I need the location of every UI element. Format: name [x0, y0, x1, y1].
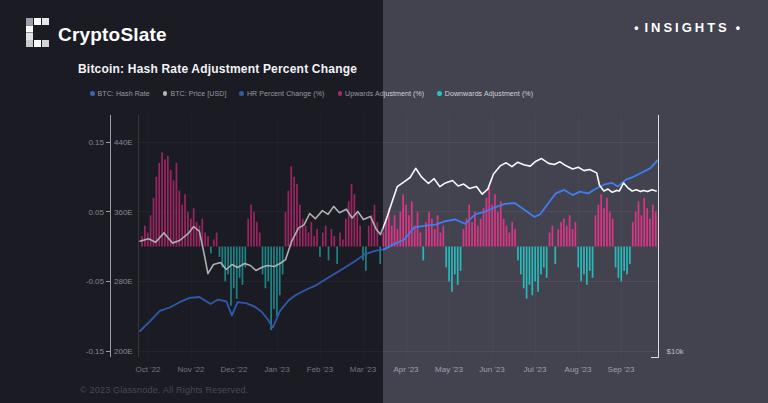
chart-legend: BTC: Hash RateBTC: Price [USD]HR Percent…	[90, 90, 533, 97]
legend-dot-icon	[437, 91, 442, 96]
hash-tick-label: 280E	[114, 277, 133, 286]
legend-dot-icon	[90, 91, 95, 96]
month-tick-label: Jul '23	[524, 365, 547, 374]
brand-name: CryptoSlate	[58, 24, 167, 46]
insights-label: INSIGHTS	[644, 20, 729, 35]
month-tick-label: Jun '23	[479, 365, 505, 374]
month-tick-label: Nov '22	[178, 365, 205, 374]
month-tick-label: Apr '23	[393, 365, 419, 374]
legend-dot-icon	[239, 91, 244, 96]
insights-badge: •INSIGHTS•	[628, 20, 746, 35]
pct-tick-label: -0.15	[86, 347, 105, 356]
page-title: Bitcoin: Hash Rate Adjustment Percent Ch…	[78, 62, 357, 76]
month-tick-label: Aug '23	[565, 365, 592, 374]
month-tick-label: Oct '22	[135, 365, 161, 374]
downwards-adjustment-bars	[210, 247, 631, 331]
legend-item-label: Downwards Adjustment (%)	[445, 90, 533, 97]
legend-item-label: HR Percent Change (%)	[247, 90, 325, 97]
month-tick-label: Dec '22	[221, 365, 248, 374]
copyright-text: © 2023 Glassnode. All Rights Reserved.	[80, 385, 248, 395]
pct-tick-label: 0.15	[88, 138, 104, 147]
bullet-right-icon: •	[736, 21, 740, 35]
bullet-left-icon: •	[634, 21, 638, 35]
brand-header: CryptoSlate	[26, 18, 167, 51]
month-tick-label: Mar '23	[350, 365, 377, 374]
legend-item-upwards-adjustment[interactable]: Upwards Adjustment (%)	[338, 90, 425, 97]
legend-dot-icon	[338, 91, 343, 96]
legend-item-downwards-adjustment[interactable]: Downwards Adjustment (%)	[437, 90, 533, 97]
pct-tick-label: 0.05	[88, 208, 104, 217]
legend-item-hr-percent-change[interactable]: HR Percent Change (%)	[239, 90, 324, 97]
legend-dot-icon	[163, 91, 168, 96]
hash-tick-label: 200E	[114, 347, 133, 356]
chart-canvas[interactable]: 0.150.05-0.05-0.15440E360E280E200E$10kOc…	[0, 0, 768, 403]
legend-item-label: BTC: Hash Rate	[98, 90, 150, 97]
legend-item-label: Upwards Adjustment (%)	[345, 90, 424, 97]
month-tick-label: May '23	[435, 365, 463, 374]
month-tick-label: Jan '23	[264, 365, 290, 374]
month-tick-label: Feb '23	[307, 365, 334, 374]
price-tick-label: $10k	[667, 347, 685, 356]
hash-tick-label: 360E	[114, 208, 133, 217]
upwards-adjustment-bars	[141, 152, 656, 246]
month-tick-label: Sep '23	[608, 365, 635, 374]
legend-item-btc-hash-rate[interactable]: BTC: Hash Rate	[90, 90, 150, 97]
legend-item-btc-price-usd[interactable]: BTC: Price [USD]	[163, 90, 227, 97]
legend-item-label: BTC: Price [USD]	[170, 90, 226, 97]
hash-tick-label: 440E	[114, 138, 133, 147]
pct-tick-label: -0.05	[86, 277, 105, 286]
cryptoslate-logo-icon	[26, 18, 49, 51]
